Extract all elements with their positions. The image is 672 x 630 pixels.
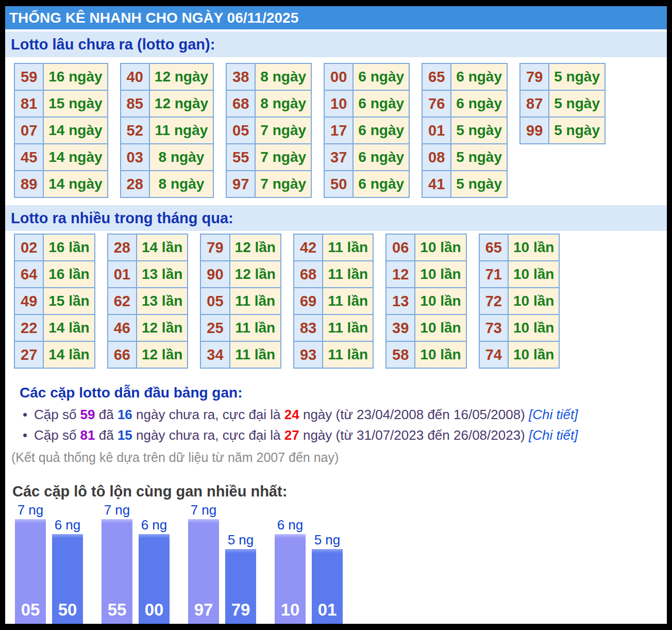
lotto-frequent-table: 4211 lần6811 lần6911 lần8311 lần9311 lần [293,234,374,369]
stat-value-cell: 10 lần [508,314,559,341]
content-area: THỐNG KÊ NHANH CHO NGÀY 06/11/2025 Lotto… [5,6,667,624]
table-row: 4012 ngày [121,63,214,90]
stat-value-cell: 10 lần [415,341,466,368]
lotto-number-cell: 46 [108,314,137,341]
detail-link[interactable]: [Chi tiết] [529,407,578,422]
stat-value-cell: 6 ngày [353,90,409,117]
stat-value-cell: 14 lần [43,314,94,341]
pair-text: đã [95,407,117,422]
lotto-number-cell: 73 [479,314,508,341]
lotto-frequent-table: 0610 lần1210 lần1310 lần3910 lần5810 lần [385,234,467,369]
table-row: 6416 lần [14,261,95,288]
bar-number-label: 55 [102,600,132,620]
section-heading-frequent: Lotto ra nhiều trong tháng qua: [5,205,667,231]
lotto-number-cell: 68 [294,261,323,288]
stat-value-cell: 11 lần [323,234,373,261]
section-heading-gan: Lotto lâu chưa ra (lotto gan): [5,31,667,57]
bullet-icon: • [23,425,34,445]
lotto-number-cell: 79 [520,63,549,90]
table-row: 6811 lần [294,261,373,288]
bar-column: 6 ng50 [52,517,83,624]
bar-column: 7 ng97 [188,502,219,624]
gan-days: 15 [117,427,132,443]
table-row: 1210 lần [386,261,466,288]
lotto-number-cell: 28 [121,171,149,197]
table-row: 2814 lần [108,234,188,261]
lotto-number-cell: 34 [200,341,229,368]
bar-column: 6 ng10 [275,517,306,624]
table-row: 6612 lần [108,341,188,368]
stat-value-cell: 5 ngày [451,171,507,197]
table-row: 795 ngày [520,63,605,90]
bar-pair-group: 7 ng556 ng00 [102,502,170,624]
lotto-number-cell: 12 [386,261,415,288]
table-row: 0511 lần [200,288,281,314]
table-row: 8512 ngày [121,90,214,117]
leading-pairs-heading: Các cặp lotto dẫn đầu bảng gan: [20,384,667,401]
bar-number-label: 05 [15,600,46,620]
lotto-number-cell: 00 [324,63,353,90]
table-row: 9012 lần [200,261,281,288]
lotto-number-cell: 37 [324,144,353,171]
table-row: 6911 lần [294,288,373,314]
table-row: 057 ngày [226,117,311,144]
table-row: 4514 ngày [14,144,108,171]
table-row: 6510 lần [479,234,560,261]
lotto-number-cell: 69 [294,288,323,314]
table-row: 5916 ngày [14,63,108,90]
stat-value-cell: 8 ngày [149,171,213,197]
bar-number-label: 00 [139,600,170,620]
lotto-number-cell: 22 [14,314,43,341]
table-row: 8115 ngày [14,90,108,117]
table-row: 4915 lần [14,288,95,314]
stat-value-cell: 10 lần [415,288,466,314]
lotto-number-cell: 83 [294,314,323,341]
table-row: 0714 ngày [14,117,108,144]
lotto-number-cell: 42 [294,234,323,261]
table-row: 015 ngày [422,117,507,144]
lotto-number-cell: 25 [200,314,229,341]
stat-value-cell: 5 ngày [549,117,605,144]
bar-days-label: 6 ng [139,517,170,533]
table-row: 506 ngày [324,171,409,197]
stat-value-cell: 13 lần [137,261,188,288]
stat-value-cell: 10 lần [508,341,559,368]
table-row: 288 ngày [121,171,214,197]
stat-value-cell: 10 lần [508,261,559,288]
table-row: 106 ngày [324,90,409,117]
page-title: THỐNG KÊ NHANH CHO NGÀY 06/11/2025 [5,6,667,29]
bar: 05 [15,519,46,624]
lotto-gan-table: 5916 ngày8115 ngày0714 ngày4514 ngày8914… [14,63,108,198]
stat-value-cell: 12 lần [137,341,188,368]
leading-pair-item: •Cặp số 81 đã 15 ngày chưa ra, cực đại l… [23,425,667,445]
pair-number: 81 [80,427,95,443]
table-row: 7110 lần [479,261,560,288]
lotto-number-cell: 52 [121,117,149,144]
lotto-number-cell: 05 [226,117,255,144]
lotto-number-cell: 40 [121,63,149,90]
stat-value-cell: 12 lần [230,234,281,261]
stat-value-cell: 8 ngày [149,144,213,171]
bar-days-label: 7 ng [188,502,219,518]
stat-value-cell: 14 lần [43,341,94,368]
lotto-frequent-table: 0216 lần6416 lần4915 lần2214 lần2714 lần [14,234,95,369]
lotto-number-cell: 03 [121,144,149,171]
stat-value-cell: 11 lần [230,314,281,341]
stat-value-cell: 6 ngày [451,63,507,90]
table-row: 977 ngày [226,171,311,197]
lotto-number-cell: 27 [14,341,43,368]
detail-link[interactable]: [Chi tiết] [529,427,578,443]
table-row: 9311 lần [294,341,373,368]
table-row: 5810 lần [386,341,466,368]
stat-value-cell: 16 lần [43,261,94,288]
pair-text: Cặp số [34,407,80,422]
lotto-number-cell: 01 [422,117,451,144]
stat-value-cell: 7 ngày [255,144,311,171]
lotto-number-cell: 58 [386,341,415,368]
stat-value-cell: 11 lần [323,341,373,368]
stat-value-cell: 14 lần [137,234,188,261]
pair-number: 59 [80,407,95,422]
table-row: 7210 lần [479,288,560,314]
bar-days-label: 7 ng [102,502,132,518]
bar-column: 7 ng05 [15,502,46,624]
